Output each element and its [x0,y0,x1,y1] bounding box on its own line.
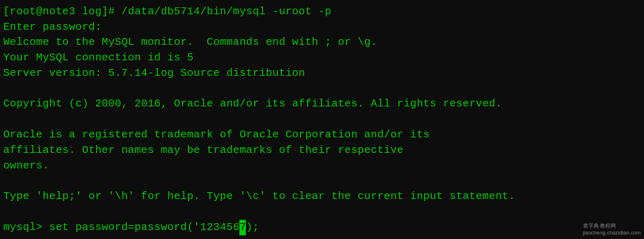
terminal-line [3,81,641,96]
terminal-line: Server version: 5.7.14-log Source distri… [3,66,641,81]
cursor: 7 [239,220,246,235]
terminal-line: Copyright (c) 2000, 2016, Oracle and/or … [3,96,641,112]
terminal-line: Your MySQL connection id is 5 [3,50,641,66]
terminal-line: affiliates. Other names may be trademark… [3,143,641,158]
terminal-line: Type 'help;' or '\h' for help. Type '\c'… [3,189,641,204]
terminal-line [3,173,641,189]
terminal-line: Enter password: [3,20,641,35]
terminal-line: owners. [3,158,641,174]
watermark: 查字典 教程网jiaocheng.chazidian.com [583,222,641,236]
terminal-line [3,204,641,220]
terminal-line: [root@note3 log]# /data/db5714/bin/mysql… [3,4,641,20]
terminal-window: [root@note3 log]# /data/db5714/bin/mysql… [0,0,644,239]
terminal-line: mysql> set password=password('1234567); [3,220,641,235]
terminal-line: Oracle is a registered trademark of Orac… [3,127,641,143]
terminal-line [3,112,641,127]
terminal-line: Welcome to the MySQL monitor. Commands e… [3,35,641,50]
